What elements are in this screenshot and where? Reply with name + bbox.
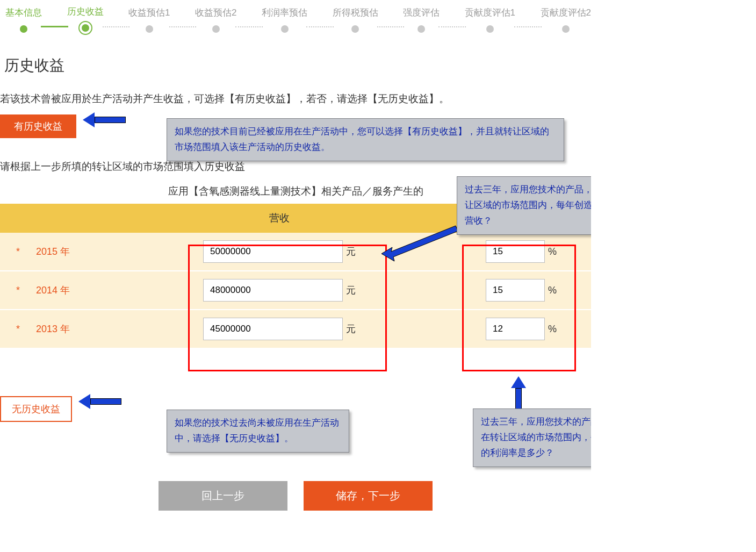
step-history[interactable]: 历史收益 [67, 5, 104, 34]
step-line [377, 26, 405, 27]
page-title: 历史收益 [4, 55, 591, 76]
step-dot-icon [281, 25, 289, 33]
prev-button[interactable]: 回上一步 [159, 481, 287, 511]
year-label: 2013 年 [36, 324, 70, 334]
step-line [103, 26, 130, 27]
callout-margin: 过去三年，应用您技术的产品，在转让区域的市场范围内，每年的利润率是多少？ [473, 408, 591, 467]
table-row: *2014 年 元 % [0, 271, 591, 310]
step-dot-icon [351, 25, 359, 33]
has-history-button[interactable]: 有历史收益 [0, 114, 76, 138]
no-history-button[interactable]: 无历史收益 [0, 396, 72, 422]
arrow-left-icon [83, 114, 126, 125]
instruction-text: 请根据上一步所填的转让区域的市场范围填入历史收益 [0, 160, 591, 174]
step-contribution2[interactable]: 贡献度评估2 [541, 6, 591, 33]
year-label: 2015 年 [36, 246, 70, 257]
step-line [169, 26, 197, 27]
revenue-input-2013[interactable] [203, 318, 343, 340]
arrow-diagonal-icon [381, 221, 462, 267]
stepper: 基本信息 历史收益 收益预估1 收益预估2 利润率预估 所得税预估 强度评估 贡… [5, 5, 591, 34]
step-dot-icon [486, 25, 494, 33]
table-row: *2015 年 元 % [0, 233, 591, 271]
revenue-input-2015[interactable] [203, 240, 343, 263]
step-line [41, 26, 68, 27]
unit-label: 元 [346, 245, 356, 258]
revenue-input-2014[interactable] [203, 279, 343, 302]
step-forecast1[interactable]: 收益预估1 [128, 6, 170, 33]
unit-label: % [548, 324, 557, 335]
step-dot-icon [417, 25, 425, 33]
unit-label: % [548, 285, 557, 296]
step-dot-icon [146, 25, 153, 33]
step-margin-forecast[interactable]: 利润率预估 [262, 6, 307, 33]
margin-input-2015[interactable] [486, 240, 545, 263]
save-next-button[interactable]: 储存，下一步 [304, 481, 433, 511]
step-dot-icon [20, 25, 27, 33]
step-line [438, 26, 466, 27]
table-row: *2013 年 元 % [0, 310, 591, 348]
step-dot-icon [80, 22, 91, 34]
step-basic-info[interactable]: 基本信息 [5, 6, 42, 33]
step-forecast2[interactable]: 收益预估2 [195, 6, 236, 33]
svg-marker-0 [381, 226, 458, 261]
unit-label: 元 [346, 322, 356, 335]
callout-revenue: 过去三年，应用您技术的产品，在转让区域的市场范围内，每年创造多少营收？ [457, 176, 591, 235]
step-line [235, 26, 263, 27]
margin-input-2013[interactable] [486, 318, 545, 340]
unit-label: 元 [346, 284, 356, 297]
step-tax-forecast[interactable]: 所得税预估 [333, 6, 378, 33]
col-revenue: 营收 [172, 204, 387, 233]
step-dot-icon [212, 25, 220, 33]
step-dot-icon [562, 25, 570, 33]
intro-text: 若该技术曾被应用於生产活动并产生收益，可选择【有历史收益】，若否，请选择【无历史… [0, 92, 591, 106]
step-intensity[interactable]: 强度评估 [403, 6, 440, 33]
callout-no-history: 如果您的技术过去尚未被应用在生产活动中，请选择【无历史收益】。 [167, 410, 349, 453]
unit-label: % [548, 246, 557, 257]
arrow-left-icon [78, 396, 121, 407]
step-contribution1[interactable]: 贡献度评估1 [465, 6, 515, 33]
callout-has-history: 如果您的技术目前已经被应用在生产活动中，您可以选择【有历史收益】，并且就转让区域… [167, 118, 564, 161]
margin-input-2014[interactable] [486, 279, 545, 302]
step-line [306, 26, 334, 27]
year-label: 2014 年 [36, 285, 70, 296]
step-line [514, 26, 542, 27]
